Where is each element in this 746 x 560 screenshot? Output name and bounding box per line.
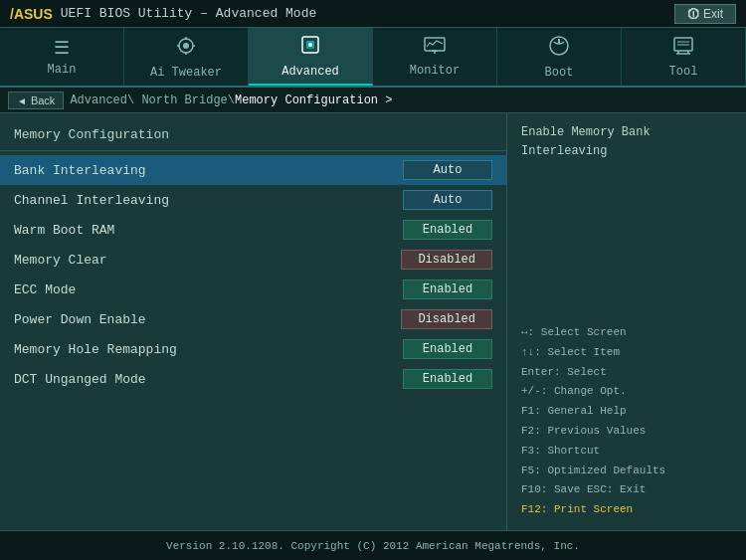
tool-icon	[672, 36, 694, 61]
tab-main[interactable]: Main	[0, 28, 124, 86]
config-value-warm-boot-ram: Enabled	[403, 220, 492, 240]
key-guide-line-10: F12: Print Screen	[521, 500, 732, 520]
config-row-warm-boot-ram[interactable]: Warm Boot RAM Enabled	[0, 215, 506, 245]
config-value-memory-hole-remapping: Enabled	[403, 339, 492, 359]
config-value-bank-interleaving: Auto	[403, 160, 492, 180]
config-label-warm-boot-ram: Warm Boot RAM	[14, 223, 403, 238]
back-button[interactable]: Back	[8, 92, 64, 109]
tab-main-label: Main	[48, 63, 77, 77]
config-label-dct-unganged-mode: DCT Unganged Mode	[14, 372, 403, 387]
exit-icon: ⏼	[687, 7, 699, 21]
config-value-ecc-mode: Enabled	[403, 280, 492, 299]
config-value-power-down-enable: Disabled	[401, 309, 492, 329]
breadcrumb-current: Memory Configuration >	[235, 93, 392, 107]
config-label-bank-interleaving: Bank Interleaving	[14, 163, 403, 178]
tab-ai-tweaker[interactable]: Ai Tweaker	[124, 28, 249, 86]
config-label-power-down-enable: Power Down Enable	[14, 312, 401, 327]
tab-advanced-label: Advanced	[281, 65, 339, 79]
monitor-icon	[424, 37, 446, 60]
breadcrumb-path-text: Advanced\ North Bridge\	[70, 93, 235, 107]
bios-title: UEFI BIOS Utility – Advanced Mode	[61, 6, 316, 21]
ai-tweaker-icon	[175, 35, 197, 62]
config-row-power-down-enable[interactable]: Power Down Enable Disabled	[0, 304, 506, 334]
main-icon	[54, 37, 70, 59]
config-row-bank-interleaving[interactable]: Bank Interleaving Auto	[0, 155, 506, 185]
config-label-channel-interleaving: Channel Interleaving	[14, 193, 403, 208]
tab-boot[interactable]: Boot	[497, 28, 622, 86]
asus-logo: /ASUS	[10, 6, 53, 22]
breadcrumb-bar: Back Advanced\ North Bridge\Memory Confi…	[0, 88, 746, 113]
tab-ai-tweaker-label: Ai Tweaker	[150, 66, 222, 80]
config-row-ecc-mode[interactable]: ECC Mode Enabled	[0, 275, 506, 304]
config-row-channel-interleaving[interactable]: Channel Interleaving Auto	[0, 185, 506, 215]
tab-tool[interactable]: Tool	[622, 28, 746, 86]
back-label: Back	[31, 94, 55, 106]
main-content: Memory Configuration Bank Interleaving A…	[0, 113, 746, 530]
tab-monitor-label: Monitor	[410, 64, 460, 78]
right-panel: Enable Memory Bank Interleaving ↔: Selec…	[507, 113, 746, 530]
exit-button[interactable]: ⏼ Exit	[674, 4, 736, 24]
advanced-icon	[299, 34, 321, 61]
bottom-bar: Version 2.10.1208. Copyright (C) 2012 Am…	[0, 530, 746, 560]
back-arrow-icon	[17, 94, 27, 106]
tab-monitor[interactable]: Monitor	[373, 28, 497, 86]
key-guide-line-6: F2: Previous Values	[521, 422, 732, 442]
key-guide-line-5: F1: General Help	[521, 402, 732, 422]
key-guide-line-8: F5: Optimized Defaults	[521, 462, 732, 481]
tab-boot-label: Boot	[545, 66, 574, 80]
tab-advanced[interactable]: Advanced	[249, 28, 373, 86]
config-value-memory-clear: Disabled	[401, 250, 492, 270]
left-panel: Memory Configuration Bank Interleaving A…	[0, 113, 507, 530]
key-guide-line-7: F3: Shortcut	[521, 442, 732, 462]
config-row-memory-clear[interactable]: Memory Clear Disabled	[0, 245, 506, 275]
config-value-dct-unganged-mode: Enabled	[403, 369, 492, 389]
config-row-dct-unganged-mode[interactable]: DCT Unganged Mode Enabled	[0, 364, 506, 394]
tab-tool-label: Tool	[669, 65, 698, 79]
key-guide-line-3: Enter: Select	[521, 363, 732, 383]
svg-rect-9	[425, 38, 445, 51]
key-guide-line-2: ↑↓: Select Item	[521, 343, 732, 363]
config-value-channel-interleaving: Auto	[403, 190, 492, 210]
exit-label: Exit	[703, 7, 723, 21]
config-label-memory-hole-remapping: Memory Hole Remapping	[14, 342, 403, 357]
key-guide-line-4: +/-: Change Opt.	[521, 382, 732, 402]
tab-bar: Main Ai Tweaker Advanced	[0, 28, 746, 88]
svg-point-1	[183, 43, 189, 49]
breadcrumb-path: Advanced\ North Bridge\Memory Configurat…	[70, 93, 392, 107]
help-text: Enable Memory Bank Interleaving	[521, 123, 732, 161]
key-guide: ↔: Select Screen ↑↓: Select Item Enter: …	[521, 323, 732, 520]
version-text: Version 2.10.1208. Copyright (C) 2012 Am…	[166, 540, 580, 552]
config-label-ecc-mode: ECC Mode	[14, 282, 403, 297]
logo-area: /ASUS UEFI BIOS Utility – Advanced Mode	[10, 6, 316, 22]
key-guide-line-9: F10: Save ESC: Exit	[521, 480, 732, 500]
boot-icon	[548, 35, 570, 62]
svg-point-8	[308, 43, 312, 47]
config-label-memory-clear: Memory Clear	[14, 253, 401, 268]
top-bar: /ASUS UEFI BIOS Utility – Advanced Mode …	[0, 0, 746, 28]
key-guide-line-1: ↔: Select Screen	[521, 323, 732, 343]
section-title: Memory Configuration	[0, 123, 506, 151]
config-row-memory-hole-remapping[interactable]: Memory Hole Remapping Enabled	[0, 334, 506, 364]
